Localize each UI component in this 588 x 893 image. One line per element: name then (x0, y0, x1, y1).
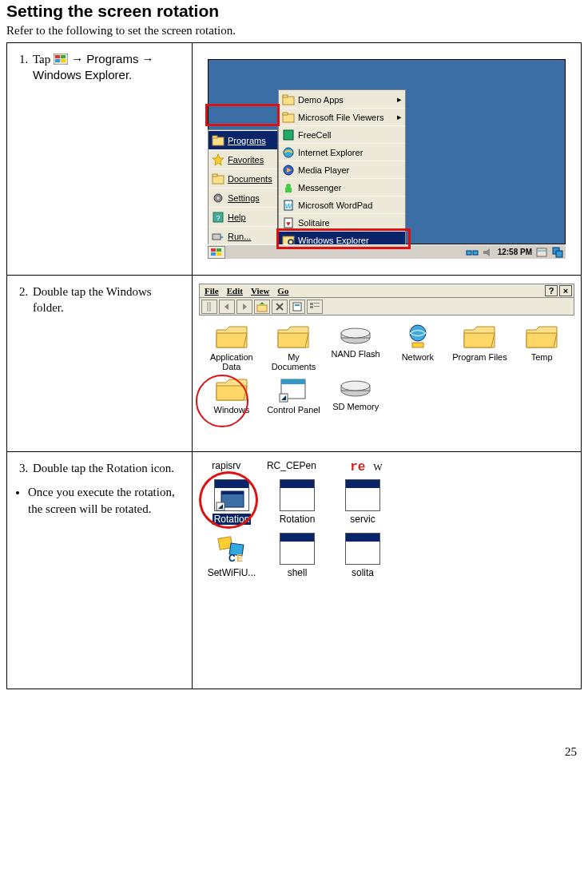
start-menu-run[interactable]: Run... (209, 226, 277, 245)
menu-freecell[interactable]: FreeCell (279, 125, 405, 143)
folder-icon (525, 323, 558, 351)
settings-gear-icon (212, 192, 224, 204)
solitaire-exe[interactable]: solita (334, 533, 391, 578)
tray-volume-icon[interactable] (482, 246, 495, 259)
svg-rect-14 (213, 234, 220, 240)
svg-marker-68 (464, 333, 495, 347)
step-2-text: Double tap the Windows folder. (7, 276, 193, 452)
menu-media-player[interactable]: Media Player (279, 161, 405, 178)
folder-my-documents[interactable]: My Documents (264, 323, 322, 371)
start-menu-programs[interactable]: Programs (209, 130, 277, 149)
step-3-text: Double tap the Rotation icon. Once you e… (7, 452, 193, 689)
tray-desktop-icon[interactable] (535, 246, 548, 259)
menu-solitaire[interactable]: ♥Solitaire (279, 213, 405, 231)
svg-rect-4 (61, 59, 66, 62)
rotation-exe[interactable]: Rotation (268, 479, 326, 525)
svg-rect-37 (467, 251, 471, 255)
svg-rect-54 (310, 303, 313, 305)
svg-point-64 (341, 328, 370, 338)
start-menu[interactable]: Programs Favorites Documents Settin (208, 129, 278, 246)
tray-windows-icon[interactable] (551, 246, 564, 259)
menu-wordpad[interactable]: WMicrosoft WordPad (279, 196, 405, 213)
start-menu-favorites[interactable]: Favorites (209, 149, 277, 169)
page-number: 25 (6, 689, 582, 762)
documents-folder-icon (212, 173, 224, 185)
menu-ie[interactable]: Internet Explorer (279, 143, 405, 161)
tool-delete[interactable] (272, 300, 288, 314)
tool-view[interactable] (307, 300, 323, 314)
submenu-arrow-icon: ▸ (397, 112, 402, 122)
svg-text:E: E (236, 553, 243, 564)
windows-folder-grid[interactable]: Rotation Rotation servic CE (199, 476, 395, 585)
tool-properties[interactable] (289, 300, 305, 314)
svg-text:?: ? (216, 214, 220, 222)
drive-sd-memory[interactable]: SD Memory (327, 376, 384, 415)
help-button[interactable]: ? (545, 285, 558, 296)
step3-note: Once you execute the rotation, the scree… (28, 484, 185, 517)
window-icon (345, 479, 380, 511)
svg-text:♥: ♥ (286, 220, 290, 228)
tray-network-icon[interactable] (466, 246, 479, 259)
close-button[interactable]: × (559, 285, 572, 296)
taskbar[interactable]: 12:58 PM (208, 244, 566, 259)
tool-up[interactable] (254, 300, 270, 314)
folder-icon (276, 323, 310, 351)
programs-submenu[interactable]: Demo Apps▸ Microsoft File Viewers▸ FreeC… (278, 89, 406, 249)
menu-file[interactable]: File (205, 286, 219, 296)
folder-application-data[interactable]: Application Data (203, 323, 260, 371)
setwifi-exe[interactable]: CE SetWiFiU... (203, 533, 260, 578)
step1-prefix: Tap (33, 53, 54, 65)
folder-program-files[interactable]: Program Files (451, 323, 508, 371)
programs-folder-icon (212, 134, 224, 147)
window-icon (280, 533, 315, 565)
menu-view[interactable]: View (251, 286, 269, 296)
rotation-shortcut-selected[interactable]: Rotation (203, 479, 260, 525)
start-menu-settings[interactable]: Settings (209, 188, 277, 207)
svg-rect-2 (61, 55, 66, 58)
page-heading: Setting the screen rotation (6, 2, 582, 21)
svg-rect-6 (213, 136, 217, 138)
explorer-menubar[interactable]: File Edit View Go ? × (199, 284, 574, 298)
system-tray[interactable]: 12:58 PM (466, 246, 566, 259)
svg-marker-59 (217, 333, 247, 347)
menu-demo-apps[interactable]: Demo Apps▸ (279, 90, 405, 108)
svg-rect-25 (285, 188, 292, 192)
svg-rect-74 (281, 379, 305, 384)
network-icon-item[interactable]: Network (389, 323, 447, 371)
menu-go[interactable]: Go (277, 286, 288, 296)
menu-messenger[interactable]: Messenger (279, 178, 405, 196)
svg-rect-66 (412, 343, 423, 347)
start-menu-documents[interactable]: Documents (209, 169, 277, 188)
start-button[interactable] (208, 246, 225, 259)
svg-rect-55 (310, 306, 313, 308)
tool-back[interactable] (219, 300, 235, 314)
drive-nand-flash[interactable]: NAND Flash (327, 323, 384, 371)
svg-rect-36 (217, 252, 221, 256)
run-icon (212, 230, 224, 243)
svg-rect-17 (283, 95, 288, 97)
svg-rect-48 (257, 305, 267, 312)
explorer-toolbar[interactable] (199, 298, 574, 316)
explorer-icon-grid[interactable]: Application Data My Documents NAND Flash (199, 316, 574, 418)
shell-exe[interactable]: shell (268, 533, 326, 578)
services-exe[interactable]: servic (334, 479, 391, 525)
window-icon (345, 533, 380, 565)
svg-rect-43 (556, 251, 562, 257)
tool-forward[interactable] (236, 300, 252, 314)
folder-icon (215, 323, 248, 351)
partial-labels: rapisrv RC_CEPen reW (199, 460, 395, 476)
control-panel-icon (276, 376, 310, 403)
folder-windows[interactable]: Windows (203, 376, 260, 415)
menu-file-viewers[interactable]: Microsoft File Viewers▸ (279, 108, 405, 125)
svg-marker-47 (243, 304, 247, 310)
folder-temp[interactable]: Temp (513, 323, 570, 371)
favorites-star-icon (212, 153, 224, 166)
svg-rect-35 (211, 252, 216, 256)
shortcut-control-panel[interactable]: Control Panel (264, 376, 322, 415)
rotation-icon (214, 479, 249, 511)
media-player-icon (282, 164, 295, 177)
instruction-table: Tap → Programs → Windows Explorer. Progr… (6, 42, 582, 689)
start-menu-help[interactable]: ? Help (209, 207, 277, 226)
menu-edit[interactable]: Edit (227, 286, 243, 296)
folder-icon (463, 323, 496, 351)
